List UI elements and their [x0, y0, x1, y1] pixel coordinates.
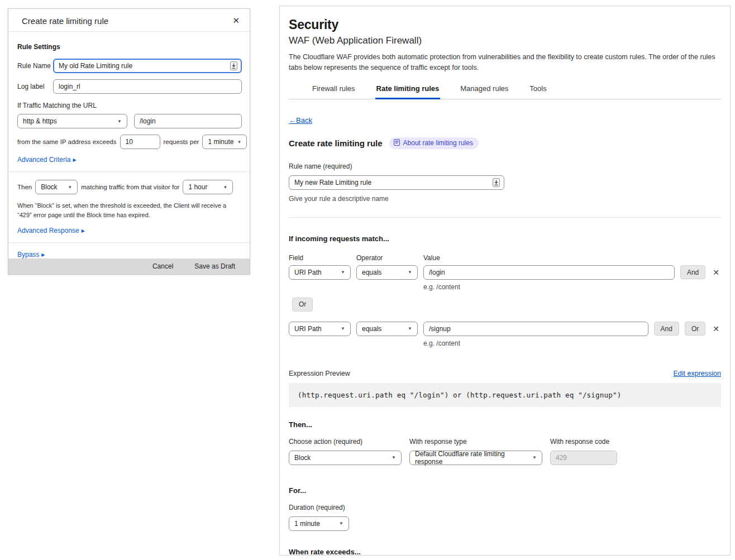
- or-group-button[interactable]: Or: [292, 298, 313, 312]
- page-title: Security: [289, 17, 721, 32]
- triangle-right-icon: ▶: [41, 252, 45, 257]
- and-button[interactable]: And: [654, 322, 679, 336]
- tab-tools[interactable]: Tools: [528, 81, 547, 99]
- and-button[interactable]: And: [680, 265, 705, 279]
- chevron-down-icon: ▼: [392, 455, 396, 460]
- period-select[interactable]: 1 minute ▼: [202, 135, 247, 149]
- choose-action-label: Choose action (required): [289, 438, 402, 446]
- operator-select[interactable]: equals ▼: [356, 322, 418, 336]
- tab-firewall-rules[interactable]: Firewall rules: [311, 81, 356, 99]
- autofill-icon[interactable]: [230, 61, 237, 72]
- url-input[interactable]: [134, 114, 242, 128]
- cancel-button[interactable]: Cancel: [152, 262, 173, 270]
- traffic-matching-heading: If Traffic Matching the URL: [17, 102, 242, 109]
- scheme-select[interactable]: http & https ▼: [17, 114, 127, 128]
- block-duration-select[interactable]: 1 hour ▼: [183, 180, 233, 194]
- for-heading: For...: [289, 486, 721, 495]
- action-select[interactable]: Block ▼: [35, 180, 78, 194]
- remove-condition-icon[interactable]: ✕: [711, 324, 721, 333]
- chevron-down-icon: ▼: [237, 140, 241, 145]
- operator-column-label: Operator: [356, 254, 423, 262]
- value-hint: e.g. /content: [423, 283, 721, 291]
- dialog-title: Create rate limiting rule: [22, 16, 108, 26]
- dialog-footer: Cancel Save as Draft: [8, 259, 250, 274]
- response-type-label: With response type: [409, 438, 542, 446]
- then-text: Then: [17, 184, 32, 190]
- autofill-icon[interactable]: [493, 178, 500, 189]
- rule-name-input[interactable]: [289, 175, 504, 190]
- dialog-header: Create rate limiting rule ✕: [8, 9, 250, 32]
- edit-expression-link[interactable]: Edit expression: [674, 370, 721, 377]
- chevron-down-icon: ▼: [408, 270, 412, 275]
- action-select[interactable]: Block ▼: [289, 451, 402, 465]
- waf-tabs: Firewall rules Rate limiting rules Manag…: [289, 81, 721, 99]
- document-icon: [394, 139, 400, 147]
- value-hint: e.g. /content: [423, 339, 721, 347]
- divider: [8, 242, 250, 243]
- value-column-label: Value: [423, 254, 440, 262]
- chevron-down-icon: ▼: [68, 185, 72, 190]
- rule-settings-heading: Rule Settings: [17, 43, 242, 51]
- field-select[interactable]: URI Path ▼: [289, 322, 351, 336]
- chevron-down-icon: ▼: [408, 326, 412, 331]
- rule-name-label: Rule name (required): [289, 162, 721, 170]
- save-as-draft-button[interactable]: Save as Draft: [194, 262, 235, 270]
- log-label: Log label: [17, 83, 53, 90]
- match-heading: If incoming requests match...: [289, 234, 721, 243]
- field-column-label: Field: [289, 254, 356, 262]
- operator-select[interactable]: equals ▼: [356, 265, 418, 280]
- value-input[interactable]: [423, 265, 675, 280]
- remove-condition-icon[interactable]: ✕: [711, 268, 721, 277]
- expression-preview: (http.request.uri.path eq "/login") or (…: [289, 383, 721, 407]
- page-description: The Cloudflare WAF provides both automat…: [289, 52, 720, 73]
- arrow-left-icon: ←: [289, 116, 296, 125]
- triangle-right-icon: ▶: [73, 157, 76, 162]
- expression-preview-label: Expression Preview: [289, 370, 350, 377]
- triangle-right-icon: ▶: [82, 228, 85, 233]
- rule-name-help: Give your rule a descriptive name: [289, 195, 721, 203]
- match-row: URI Path ▼ equals ▼ And ✕: [289, 265, 721, 280]
- chevron-down-icon: ▼: [341, 326, 345, 331]
- chevron-down-icon: ▼: [341, 270, 345, 275]
- back-link[interactable]: ←Back: [289, 116, 312, 125]
- close-icon[interactable]: ✕: [232, 16, 240, 26]
- rule-name-input[interactable]: [53, 59, 242, 73]
- bypass-link[interactable]: Bypass ▶: [17, 251, 45, 259]
- chevron-down-icon: ▼: [117, 119, 122, 124]
- requests-input[interactable]: [120, 135, 160, 149]
- tab-managed-rules[interactable]: Managed rules: [459, 81, 509, 99]
- about-rate-limiting-badge[interactable]: About rate limiting rules: [389, 137, 479, 149]
- dialog-body: Rule Settings Rule Name Log label If Tra…: [8, 32, 250, 259]
- exceeds-text: from the same IP address exceeds: [17, 138, 117, 145]
- rule-name-label: Rule Name: [17, 62, 53, 70]
- advanced-response-link[interactable]: Advanced Response ▶: [17, 227, 85, 234]
- field-select[interactable]: URI Path ▼: [289, 265, 351, 280]
- response-type-select[interactable]: Default Cloudflare rate limiting respons…: [409, 451, 542, 465]
- chevron-down-icon: ▼: [532, 455, 537, 460]
- then-suffix-text: matching traffic from that visitor for: [81, 184, 179, 190]
- duration-label: Duration (required): [289, 504, 721, 511]
- divider: [8, 171, 250, 172]
- chevron-down-icon: ▼: [223, 185, 227, 190]
- then-heading: Then...: [289, 420, 721, 429]
- security-waf-panel: Security WAF (Web Application Firewall) …: [279, 6, 731, 556]
- advanced-criteria-link[interactable]: Advanced Criteria ▶: [17, 156, 77, 164]
- duration-select[interactable]: 1 minute ▼: [289, 516, 349, 531]
- log-label-input[interactable]: [53, 79, 242, 94]
- create-rule-heading: Create rate limiting rule: [289, 138, 383, 148]
- block-note: When “Block” is set, when the threshold …: [17, 201, 235, 220]
- divider: [289, 217, 721, 218]
- create-rate-limit-dialog: Create rate limiting rule ✕ Rule Setting…: [8, 8, 250, 275]
- rate-exceeds-heading: When rate exceeds...: [289, 548, 721, 556]
- requests-per-text: requests per: [164, 138, 199, 145]
- response-code-label: With response code: [550, 438, 617, 446]
- response-code-input: [550, 451, 617, 465]
- tab-rate-limiting-rules[interactable]: Rate limiting rules: [375, 81, 441, 99]
- or-button[interactable]: Or: [685, 322, 705, 336]
- match-row: URI Path ▼ equals ▼ And Or ✕: [289, 322, 721, 336]
- value-input[interactable]: [423, 322, 648, 336]
- chevron-down-icon: ▼: [339, 521, 343, 526]
- page-subtitle: WAF (Web Application Firewall): [289, 35, 721, 46]
